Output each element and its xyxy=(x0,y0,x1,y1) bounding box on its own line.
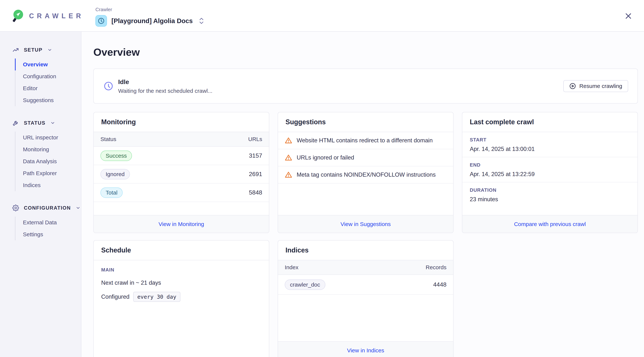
last-crawl-card: Last complete crawl START Apr. 14, 2025 … xyxy=(462,112,638,233)
sidebar-section-status-header[interactable]: STATUS xyxy=(0,118,81,128)
last-crawl-start: START Apr. 14, 2025 at 13:00:01 xyxy=(462,132,638,157)
sidebar-item-editor[interactable]: Editor xyxy=(16,82,81,94)
main-content: Overview Idle Waiting for the next sched… xyxy=(82,32,644,357)
view-in-indices-link[interactable]: View in Indices xyxy=(347,347,384,354)
play-circle-icon xyxy=(569,83,576,90)
crawler-select-control[interactable]: [Playground] Algolia Docs xyxy=(96,15,204,27)
suggestion-text: Website HTML contains redirect to a diff… xyxy=(297,137,433,144)
clock-icon xyxy=(98,17,105,24)
urls-count: 5848 xyxy=(249,189,262,196)
crawler-avatar xyxy=(96,15,107,27)
sidebar-item-external-data[interactable]: External Data xyxy=(16,216,81,228)
sidebar-section-status: STATUS URL inspector Monitoring Data Ana… xyxy=(0,118,81,191)
table-row[interactable]: Success 3157 xyxy=(94,147,269,165)
suggestion-item[interactable]: URLs ignored or failed xyxy=(278,149,453,166)
duration-value: 23 minutes xyxy=(470,196,630,203)
warning-triangle-icon xyxy=(285,154,292,161)
compare-previous-crawl-link[interactable]: Compare with previous crawl xyxy=(514,221,586,227)
sidebar-item-monitoring[interactable]: Monitoring xyxy=(16,144,81,156)
sidebar-section-setup-header[interactable]: SETUP xyxy=(0,45,81,55)
last-crawl-duration: DURATION 23 minutes xyxy=(462,182,638,207)
close-icon[interactable] xyxy=(624,12,632,20)
resume-crawling-button[interactable]: Resume crawling xyxy=(563,80,628,92)
schedule-expression-chip: every 30 day xyxy=(133,292,180,302)
configured-label: Configured xyxy=(101,294,130,300)
monitoring-table-header: Status URLs xyxy=(94,132,269,147)
suggestions-card: Suggestions Website HTML contains redire… xyxy=(278,112,454,233)
suggestion-item[interactable]: Website HTML contains redirect to a diff… xyxy=(278,132,453,149)
column-index: Index xyxy=(285,264,298,270)
indices-card: Indices Index Records crawler_doc 4448 V… xyxy=(278,240,454,357)
sidebar-item-path-explorer[interactable]: Path Explorer xyxy=(16,167,81,179)
schedule-body: MAIN Next crawl in ~ 21 days Configured … xyxy=(94,260,269,308)
table-row[interactable]: Ignored 2691 xyxy=(94,165,269,184)
view-in-suggestions-link[interactable]: View in Suggestions xyxy=(340,221,391,227)
indices-card-title: Indices xyxy=(278,240,453,260)
section-label: CONFIGURATION xyxy=(24,205,71,211)
chevron-down-icon xyxy=(76,206,80,210)
suggestion-text: URLs ignored or failed xyxy=(297,154,354,161)
crawl-status-subtitle: Waiting for the next scheduled crawl... xyxy=(118,88,212,94)
chevrons-up-down-icon xyxy=(199,18,204,24)
column-records: Records xyxy=(426,264,446,270)
resume-crawling-label: Resume crawling xyxy=(579,83,622,89)
monitoring-card-title: Monitoring xyxy=(94,112,269,132)
last-crawl-card-title: Last complete crawl xyxy=(462,112,638,132)
suggestions-card-title: Suggestions xyxy=(278,112,453,132)
chevron-down-icon xyxy=(47,48,52,52)
indices-table-header: Index Records xyxy=(278,260,453,275)
crawl-status: Idle Waiting for the next scheduled craw… xyxy=(104,78,212,94)
end-label: END xyxy=(470,162,630,168)
sidebar-item-overview[interactable]: Overview xyxy=(16,58,81,70)
crawl-status-card: Idle Waiting for the next scheduled craw… xyxy=(93,68,638,104)
sidebar-section-setup: SETUP Overview Configuration Editor Sugg… xyxy=(0,45,81,106)
table-row[interactable]: crawler_doc 4448 xyxy=(278,275,453,295)
warning-triangle-icon xyxy=(285,171,292,178)
end-value: Apr. 14, 2025 at 13:22:59 xyxy=(470,171,630,178)
sidebar-item-configuration[interactable]: Configuration xyxy=(16,70,81,82)
last-crawl-end: END Apr. 14, 2025 at 13:22:59 xyxy=(462,157,638,182)
crawler-name: [Playground] Algolia Docs xyxy=(112,17,193,24)
start-value: Apr. 14, 2025 at 13:00:01 xyxy=(470,146,630,152)
sidebar-item-indices[interactable]: Indices xyxy=(16,179,81,191)
wrench-icon xyxy=(12,120,19,126)
sidebar-item-suggestions[interactable]: Suggestions xyxy=(16,94,81,106)
sidebar: SETUP Overview Configuration Editor Sugg… xyxy=(0,32,82,357)
monitoring-card: Monitoring Status URLs Success 3157 Igno… xyxy=(93,112,269,233)
monitoring-card-footer: View in Monitoring xyxy=(94,215,269,233)
crawler-selector: Crawler [Playground] Algolia Docs xyxy=(96,7,204,27)
status-badge-total: Total xyxy=(100,188,122,198)
crawler-select-label: Crawler xyxy=(96,7,204,12)
page-title: Overview xyxy=(93,46,638,58)
logo-text: CRAWLER xyxy=(29,12,84,20)
status-badge-ignored: Ignored xyxy=(100,169,130,180)
trending-up-icon xyxy=(12,46,19,53)
gear-icon xyxy=(12,204,19,211)
urls-count: 3157 xyxy=(249,152,262,159)
section-label: STATUS xyxy=(24,120,46,126)
status-badge-success: Success xyxy=(100,150,132,161)
sidebar-section-configuration-header[interactable]: CONFIGURATION xyxy=(0,203,81,213)
crawler-logo: CRAWLER xyxy=(12,10,84,22)
schedule-card: Schedule MAIN Next crawl in ~ 21 days Co… xyxy=(93,240,269,357)
section-label: SETUP xyxy=(24,47,42,53)
suggestion-item[interactable]: Meta tag contains NOINDEX/NOFOLLOW instr… xyxy=(278,166,453,184)
sidebar-item-url-inspector[interactable]: URL inspector xyxy=(16,132,81,144)
clock-icon xyxy=(104,81,113,91)
records-count: 4448 xyxy=(433,281,446,288)
sidebar-item-data-analysis[interactable]: Data Analysis xyxy=(16,156,81,167)
next-crawl-text: Next crawl in ~ 21 days xyxy=(101,280,262,286)
main-label: MAIN xyxy=(101,267,262,273)
index-name-badge: crawler_doc xyxy=(285,280,325,290)
sidebar-item-settings[interactable]: Settings xyxy=(16,228,81,240)
duration-label: DURATION xyxy=(470,187,630,193)
crawl-status-title: Idle xyxy=(118,78,212,86)
column-status: Status xyxy=(100,136,116,142)
chevron-down-icon xyxy=(50,120,55,126)
table-row[interactable]: Total 5848 xyxy=(94,184,269,202)
start-label: START xyxy=(470,137,630,143)
last-crawl-card-footer: Compare with previous crawl xyxy=(462,215,638,233)
view-in-monitoring-link[interactable]: View in Monitoring xyxy=(158,221,204,227)
suggestion-text: Meta tag contains NOINDEX/NOFOLLOW instr… xyxy=(297,172,436,178)
paper-plane-icon xyxy=(16,12,21,17)
